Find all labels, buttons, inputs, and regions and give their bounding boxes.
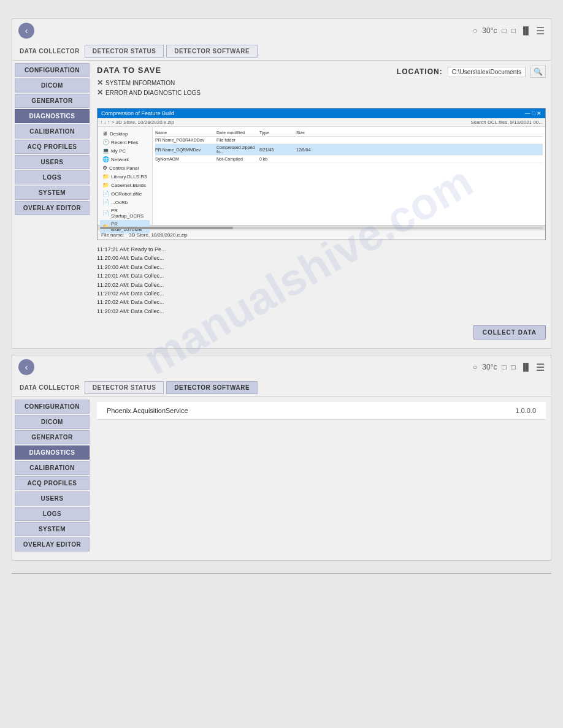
sidebar-item-configuration-1[interactable]: CONFIGURATION xyxy=(15,63,90,77)
nav-library-label: Library.DLLS.R3 xyxy=(111,174,147,180)
file-dialog-main-area: Name Date modified Type Size PR Name_POB… xyxy=(153,127,545,225)
nav-network[interactable]: 🌐 Network xyxy=(100,155,150,164)
log-msg-3: 11:20:01 AM: Data Collec... xyxy=(97,271,546,280)
nav-ocrobot-label: OCRobot.dfile xyxy=(111,191,142,197)
file-date-0: File folder xyxy=(216,138,259,142)
tab-bar-2: DATA COLLECTOR DETECTOR STATUS DETECTOR … xyxy=(12,379,551,397)
network-icon: 🌐 xyxy=(102,156,109,162)
nav-ocrobot[interactable]: 📄 OCRobot.dfile xyxy=(100,189,150,198)
nav-pr-startup-label: PR Startup_OCRS xyxy=(111,208,147,219)
sidebar-item-calibration-1[interactable]: CALIBRATION xyxy=(15,124,90,138)
software-table: Phoenix.AcquisitionService 1.0.0.0 xyxy=(97,402,546,420)
tab-detector-software-1[interactable]: DETECTOR SOFTWARE xyxy=(166,45,258,58)
file-dialog-controls: — □ ✕ xyxy=(525,110,542,116)
panel-1: ‹ ○ 30°c □ □ ▐▌ ☰ DATA COLLECTOR DETECTO… xyxy=(12,18,551,349)
control-panel-icon: ⚙ xyxy=(102,165,107,171)
toolbar-address: ↑ ↓ ↑ > 3D Store, 10/28/2020.e.zip xyxy=(100,119,174,125)
temp-display-2: 30°c xyxy=(482,363,497,371)
log-msg-7: 11:20:02 AM: Data Collec... xyxy=(97,307,546,316)
col-header-size: Size xyxy=(296,131,321,135)
nav-my-pc[interactable]: 💻 My PC xyxy=(100,146,150,155)
nav-library[interactable]: 📁 Library.DLLS.R3 xyxy=(100,172,150,181)
log-msg-5: 11:20:02 AM: Data Collec... xyxy=(97,289,546,298)
right-content-1: DATA TO SAVE ✕ SYSTEM INFORMATION ✕ ERRO… xyxy=(92,61,551,323)
sidebar-item-users-2[interactable]: USERS xyxy=(15,491,90,506)
sidebar-item-diagnostics-2[interactable]: DIAGNOSTICS xyxy=(15,446,90,460)
sidebar-item-users-1[interactable]: USERS xyxy=(15,155,90,169)
temp-icon-2: ○ xyxy=(473,363,477,371)
tab-detector-status-2[interactable]: DETECTOR STATUS xyxy=(85,381,164,394)
nav-control-panel[interactable]: ⚙ Control Panel xyxy=(100,164,150,172)
sidebar-item-system-1[interactable]: SYSTEM xyxy=(15,186,90,200)
bottom-divider xyxy=(12,573,551,574)
file-row-2[interactable]: SyNomAOM Not-Compiled 0 kb xyxy=(155,156,543,163)
file-row-1[interactable]: PR Name_OQRMMDev Compressed zipped fo...… xyxy=(155,144,543,156)
checkbox-label-system-info: SYSTEM INFORMATION xyxy=(105,80,175,86)
sidebar-item-acq-profiles-2[interactable]: ACQ PROFILES xyxy=(15,476,90,490)
file-list-header: Name Date modified Type Size xyxy=(155,129,543,137)
pr-startup-icon: 📄 xyxy=(102,210,109,216)
sidebar-item-overlay-editor-1[interactable]: OVERLAY EDITOR xyxy=(15,201,90,215)
file-date-1: Compressed zipped fo... xyxy=(216,145,259,154)
nav-desktop[interactable]: 🖥 Desktop xyxy=(100,129,150,138)
nav-recent[interactable]: 🕐 Recent Files xyxy=(100,138,150,146)
sidebar-item-overlay-editor-2[interactable]: OVERLAY EDITOR xyxy=(15,537,90,552)
sidebar-item-configuration-2[interactable]: CONFIGURATION xyxy=(15,400,90,414)
file-dialog-body: 🖥 Desktop 🕐 Recent Files 💻 My PC xyxy=(98,127,545,225)
checkbox-label-error-logs: ERROR AND DIAGNOSTIC LOGS xyxy=(105,89,201,96)
back-button-1[interactable]: ‹ xyxy=(18,23,34,39)
sidebar-1: CONFIGURATION DICOM GENERATOR DIAGNOSTIC… xyxy=(12,61,92,218)
menu-icon-2[interactable]: ☰ xyxy=(536,362,545,373)
sidebar-item-logs-2[interactable]: LOGS xyxy=(15,507,90,521)
collect-btn-row: COLLECT DATA xyxy=(12,323,551,342)
chart-icon-2: ▐▌ xyxy=(521,363,531,371)
data-to-save-section: DATA TO SAVE ✕ SYSTEM INFORMATION ✕ ERRO… xyxy=(97,66,201,98)
nav-pr-startup[interactable]: 📄 PR Startup_OCRS xyxy=(100,207,150,220)
sidebar-2: CONFIGURATION DICOM GENERATOR DIAGNOSTIC… xyxy=(12,397,92,554)
sidebar-item-logs-1[interactable]: LOGS xyxy=(15,170,90,184)
file-type-2: 0 kb xyxy=(259,157,296,161)
sidebar-item-acq-profiles-1[interactable]: ACQ PROFILES xyxy=(15,140,90,154)
file-row-0[interactable]: PR Name_POBR4KDDev File folder xyxy=(155,137,543,144)
log-msg-4: 11:20:02 AM: Data Collec... xyxy=(97,281,546,289)
col-header-type: Type xyxy=(259,131,296,135)
panel-2: ‹ ○ 30°c □ □ ▐▌ ☰ DATA COLLECTOR DETECTO… xyxy=(12,355,551,561)
software-service-0: Phoenix.AcquisitionService xyxy=(97,402,418,420)
two-col-header-1: DATA TO SAVE ✕ SYSTEM INFORMATION ✕ ERRO… xyxy=(97,66,546,104)
location-search-button[interactable]: 🔍 xyxy=(530,66,546,78)
sidebar-item-system-2[interactable]: SYSTEM xyxy=(15,522,90,536)
collect-data-button[interactable]: COLLECT DATA xyxy=(473,325,546,339)
tab-detector-software-2[interactable]: DETECTOR SOFTWARE xyxy=(166,381,258,394)
back-button-2[interactable]: ‹ xyxy=(18,359,34,375)
sidebar-item-calibration-2[interactable]: CALIBRATION xyxy=(15,461,90,475)
tab-bar-label-2: DATA COLLECTOR xyxy=(17,384,82,391)
menu-icon-1[interactable]: ☰ xyxy=(536,25,545,37)
sidebar-item-dicom-2[interactable]: DICOM xyxy=(15,415,90,429)
checkbox-system-info[interactable]: ✕ SYSTEM INFORMATION xyxy=(97,78,201,87)
recent-icon: 🕐 xyxy=(102,139,109,145)
nav-cabernet[interactable]: 📁 Cabernet.Builds xyxy=(100,181,150,189)
sidebar-item-dicom-1[interactable]: DICOM xyxy=(15,78,90,93)
nav-ocrb-label: ...OcRb xyxy=(111,200,128,205)
sidebar-item-generator-2[interactable]: GENERATOR xyxy=(15,430,90,444)
monitor-icon-1: □ xyxy=(502,26,506,35)
checkbox-error-logs[interactable]: ✕ ERROR AND DIAGNOSTIC LOGS xyxy=(97,88,201,97)
footer-label: File name: xyxy=(101,232,124,238)
sidebar-item-diagnostics-1[interactable]: DIAGNOSTICS xyxy=(15,109,90,123)
file-dialog-scrollbar[interactable] xyxy=(98,225,545,230)
cabernet-icon: 📁 xyxy=(102,182,109,188)
file-name-2: SyNomAOM xyxy=(155,157,216,161)
file-dialog-toolbar[interactable]: ↑ ↓ ↑ > 3D Store, 10/28/2020.e.zip Searc… xyxy=(98,118,545,127)
sidebar-item-generator-1[interactable]: GENERATOR xyxy=(15,94,90,108)
nav-ocrb[interactable]: 📄 ...OcRb xyxy=(100,198,150,207)
pc-icon: 💻 xyxy=(102,148,109,154)
nav-control-panel-label: Control Panel xyxy=(109,165,139,171)
file-date-2: Not-Compiled xyxy=(216,157,259,161)
library-icon: 📁 xyxy=(102,173,109,180)
tab-detector-status-1[interactable]: DETECTOR STATUS xyxy=(85,45,164,58)
right-content-2: Phoenix.AcquisitionService 1.0.0.0 xyxy=(92,397,551,425)
desktop-icon: 🖥 xyxy=(102,131,108,137)
log-msg-1: 11:20:00 AM: Data Collec... xyxy=(97,254,546,262)
combined-area-2: CONFIGURATION DICOM GENERATOR DIAGNOSTIC… xyxy=(12,397,551,554)
nav-desktop-label: Desktop xyxy=(110,131,128,137)
